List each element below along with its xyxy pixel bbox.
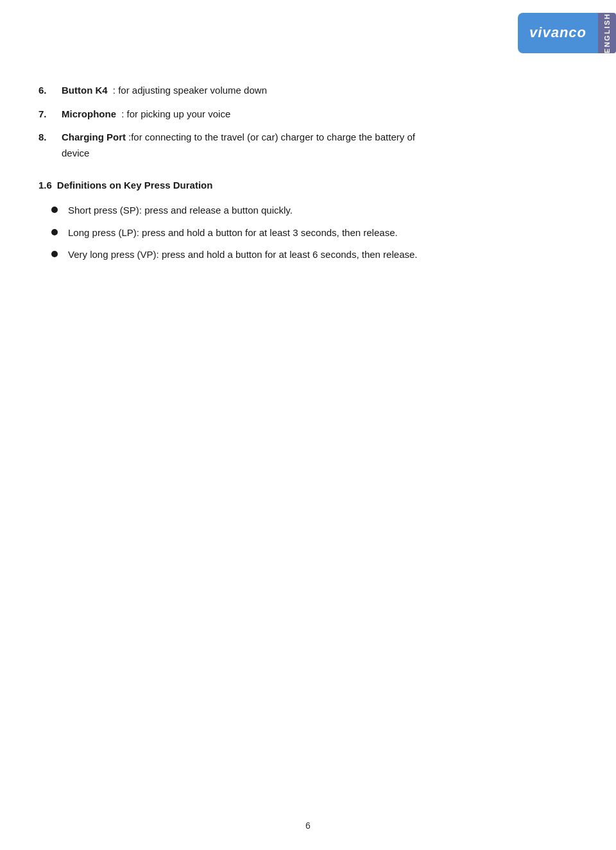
english-sidebar: ENGLISH bbox=[598, 13, 616, 53]
header-area: vivanco ENGLISH bbox=[518, 13, 616, 53]
list-item-7: 7. Microphone : for picking up your voic… bbox=[38, 107, 578, 122]
language-label: ENGLISH bbox=[603, 13, 611, 53]
list-item: Long press (LP): press and hold a button… bbox=[51, 226, 578, 241]
section-heading: 1.6 Definitions on Key Press Duration bbox=[38, 180, 578, 191]
page-number: 6 bbox=[305, 820, 311, 831]
list-item: Very long press (VP): press and hold a b… bbox=[51, 248, 578, 262]
item-7-separator: : bbox=[119, 108, 127, 119]
bullet-text-1: Short press (SP): press and release a bu… bbox=[68, 203, 293, 218]
section-title: Definitions on Key Press Duration bbox=[57, 180, 213, 191]
list-item: Short press (SP): press and release a bu… bbox=[51, 203, 578, 218]
bullet-dot-1 bbox=[51, 207, 58, 213]
item-6-separator: : bbox=[110, 85, 119, 96]
section-number: 1.6 bbox=[38, 180, 52, 191]
item-8-number: 8. bbox=[38, 130, 58, 145]
bullet-text-2: Long press (LP): press and hold a button… bbox=[68, 226, 398, 241]
numbered-list: 6. Button K4 : for adjusting speaker vol… bbox=[38, 83, 578, 160]
charging-port-line1: Charging Port : for connecting to the tr… bbox=[62, 130, 578, 145]
item-8-text: for connecting to the travel (or car) ch… bbox=[131, 130, 415, 145]
page-container: vivanco ENGLISH 6. Button K4 : for adjus… bbox=[0, 0, 616, 850]
bullet-dot-2 bbox=[51, 229, 58, 235]
item-8-label: Charging Port bbox=[62, 130, 126, 145]
charging-port-line2: device bbox=[62, 146, 578, 161]
item-7-number: 7. bbox=[38, 107, 58, 122]
item-8-text2: device bbox=[62, 148, 89, 158]
bullet-text-3: Very long press (VP): press and hold a b… bbox=[68, 248, 417, 262]
vivanco-logo-box: vivanco bbox=[518, 13, 598, 53]
item-6-number: 6. bbox=[38, 83, 58, 98]
list-item-6: 6. Button K4 : for adjusting speaker vol… bbox=[38, 83, 578, 98]
bullet-list: Short press (SP): press and release a bu… bbox=[51, 203, 578, 262]
bullet-dot-3 bbox=[51, 251, 58, 257]
item-6-text: for adjusting speaker volume down bbox=[118, 85, 267, 96]
list-item-8: 8. Charging Port : for connecting to the… bbox=[38, 130, 578, 160]
content-area: 6. Button K4 : for adjusting speaker vol… bbox=[38, 71, 578, 262]
item-6-label: Button K4 bbox=[62, 85, 108, 96]
item-7-label: Microphone bbox=[62, 108, 116, 119]
charging-port-content: Charging Port : for connecting to the tr… bbox=[62, 130, 578, 160]
vivanco-logo: vivanco bbox=[529, 24, 586, 41]
item-7-text: for picking up your voice bbox=[127, 108, 231, 119]
